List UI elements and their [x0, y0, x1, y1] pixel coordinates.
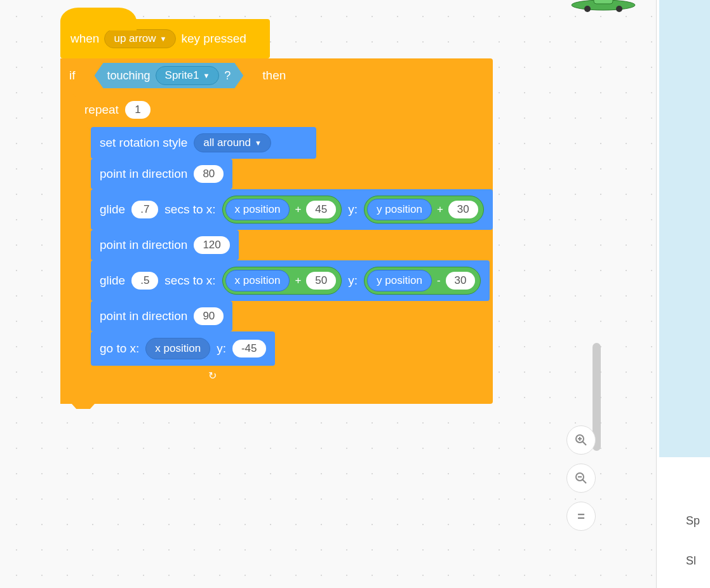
zoom-out-icon [575, 472, 587, 484]
glide-block-1[interactable]: glide .7 secs to x: x position + 45 y: [91, 189, 493, 230]
y-label: y: [348, 203, 358, 217]
stage-panel-label: Sl [686, 554, 696, 568]
zoom-in-icon [575, 434, 587, 446]
add-operator-x2[interactable]: x position + 50 [222, 267, 342, 295]
when-key-pressed-hat[interactable]: when up arrow ▼ key pressed [60, 19, 270, 58]
loop-arrow-icon: ↻ [208, 370, 217, 382]
y-position-reporter[interactable]: y position [367, 199, 432, 220]
op-plus: + [295, 274, 301, 287]
zoom-controls: = [566, 425, 596, 531]
glide-label: glide [100, 203, 125, 217]
point-in-direction-block-1[interactable]: point in direction 80 [91, 159, 232, 189]
op-plus: + [295, 203, 301, 216]
touching-label: touching [107, 69, 151, 83]
y-label: y: [217, 342, 226, 356]
glide-secs-input-2[interactable]: .5 [131, 272, 158, 290]
x-offset-input-2[interactable]: 50 [306, 272, 336, 290]
touching-target-value: Sprite1 [165, 69, 199, 82]
if-then-block[interactable]: if touching Sprite1 ▼ ? then [60, 58, 493, 404]
point-in-direction-block-3[interactable]: point in direction 90 [91, 301, 232, 331]
svg-point-1 [584, 6, 591, 12]
secs-to-x-label: secs to x: [164, 274, 215, 288]
repeat-block[interactable]: repeat 1 set rotation style all around [76, 93, 493, 385]
sub-operator-y2[interactable]: y position - 30 [364, 267, 481, 295]
sprite-panel[interactable] [659, 460, 710, 588]
direction-input-1[interactable]: 80 [194, 165, 224, 183]
equals-icon: = [577, 509, 585, 524]
rotation-style-value: all around [203, 137, 251, 149]
op-plus: + [437, 203, 443, 216]
glide-block-2[interactable]: glide .5 secs to x: x position + 50 y: [91, 260, 490, 301]
zoom-reset-button[interactable]: = [566, 502, 596, 531]
set-rotation-style-block[interactable]: set rotation style all around ▼ [91, 127, 316, 159]
hat-when-label: when [70, 32, 99, 46]
y-label: y: [348, 274, 358, 288]
key-dropdown[interactable]: up arrow ▼ [104, 29, 176, 48]
if-label: if [69, 69, 76, 83]
chevron-down-icon: ▼ [160, 35, 167, 43]
right-panel [656, 0, 710, 588]
repeat-label: repeat [84, 103, 119, 117]
point-label: point in direction [100, 238, 187, 252]
direction-input-2[interactable]: 120 [194, 236, 229, 254]
x-offset-input-1[interactable]: 45 [306, 201, 336, 218]
add-operator-y1[interactable]: y position + 30 [364, 196, 484, 224]
script-workspace[interactable]: when up arrow ▼ key pressed if touching … [0, 0, 656, 588]
point-label: point in direction [100, 309, 187, 323]
glide-label: glide [100, 274, 125, 288]
goto-y-input[interactable]: -45 [232, 340, 266, 357]
then-label: then [262, 69, 286, 83]
svg-rect-3 [594, 0, 613, 4]
x-position-reporter[interactable]: x position [225, 199, 290, 220]
sprite-car-icon [568, 0, 638, 13]
chevron-down-icon: ▼ [255, 139, 262, 147]
x-position-reporter[interactable]: x position [145, 338, 210, 359]
key-dropdown-value: up arrow [114, 32, 156, 45]
repeat-count-input[interactable]: 1 [125, 101, 151, 119]
point-in-direction-block-2[interactable]: point in direction 120 [91, 230, 239, 260]
touching-q-label: ? [224, 69, 231, 83]
svg-line-5 [583, 442, 587, 446]
y-offset-input-2[interactable]: 30 [446, 272, 476, 290]
point-label: point in direction [100, 167, 187, 181]
chevron-down-icon: ▼ [203, 72, 210, 79]
goto-label: go to x: [100, 342, 139, 356]
touching-target-dropdown[interactable]: Sprite1 ▼ [156, 66, 220, 85]
x-position-reporter[interactable]: x position [225, 270, 290, 291]
zoom-out-button[interactable] [566, 464, 596, 493]
zoom-in-button[interactable] [566, 425, 596, 455]
go-to-xy-block[interactable]: go to x: x position y: -45 [91, 331, 275, 366]
op-minus: - [437, 274, 441, 287]
y-offset-input-1[interactable]: 30 [448, 201, 478, 218]
secs-to-x-label: secs to x: [164, 203, 215, 217]
set-rotation-label: set rotation style [100, 136, 187, 150]
svg-point-2 [616, 6, 622, 12]
add-operator-x1[interactable]: x position + 45 [222, 196, 342, 224]
direction-input-3[interactable]: 90 [194, 307, 224, 325]
rotation-style-dropdown[interactable]: all around ▼ [194, 133, 271, 152]
script-stack[interactable]: when up arrow ▼ key pressed if touching … [60, 19, 493, 404]
sprite-panel-label: Sp [686, 514, 700, 528]
svg-line-9 [583, 480, 587, 484]
hat-suffix-label: key pressed [181, 32, 246, 46]
y-position-reporter[interactable]: y position [367, 270, 432, 291]
touching-sensing-block[interactable]: touching Sprite1 ▼ ? [95, 63, 244, 88]
stage-preview[interactable] [659, 0, 710, 457]
glide-secs-input-1[interactable]: .7 [131, 201, 158, 218]
